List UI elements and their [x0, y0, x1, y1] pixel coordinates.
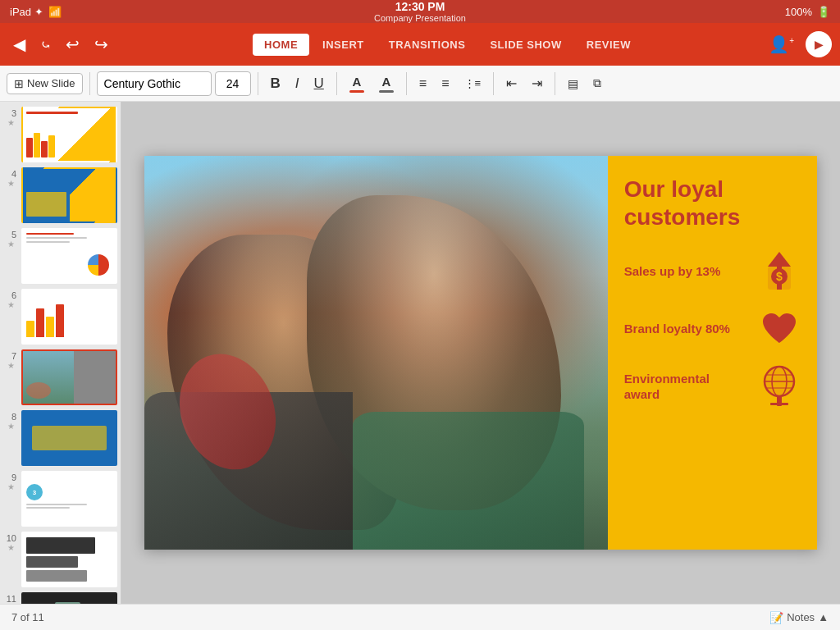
- restore-button[interactable]: ⤿: [35, 34, 56, 56]
- text-highlight-button[interactable]: A: [373, 71, 399, 96]
- slide-number-4: 4: [5, 169, 16, 179]
- format-bar: ⊞ New Slide B I U A A ≡ ≡ ⋮≡ ⇤ ⇥ ▤ ⧉: [0, 66, 840, 102]
- canvas-area: Our loyal customers Sales up by 13% $: [121, 102, 840, 604]
- slide-number-9: 9: [5, 472, 16, 482]
- slide-item-4[interactable]: 4 ★: [3, 167, 117, 223]
- slide-item-3[interactable]: 3 ★: [3, 107, 117, 162]
- stat-env-text: Environmental award: [624, 371, 748, 403]
- slide-item-7[interactable]: 7 ★: [3, 349, 117, 405]
- divider-6: [555, 72, 555, 95]
- bold-button[interactable]: B: [265, 71, 286, 96]
- stat-environmental: Environmental award: [624, 365, 801, 408]
- slide-thumb-11[interactable]: [21, 592, 117, 604]
- status-bar: iPad ✦ 📶 12:30 PM Company Presentation 1…: [0, 0, 840, 23]
- slide-thumb-7[interactable]: [21, 349, 117, 405]
- slide-star-10: ★: [7, 543, 15, 552]
- slide-heading: Our loyal customers: [624, 176, 801, 231]
- slide-thumb-4[interactable]: [21, 167, 117, 223]
- notes-label: Notes: [787, 611, 815, 623]
- slide-number-7: 7: [5, 351, 16, 361]
- slide-star-3: ★: [7, 118, 15, 127]
- play-button[interactable]: ▶: [806, 31, 832, 57]
- new-slide-label: New Slide: [27, 77, 75, 89]
- back-button[interactable]: ◀: [8, 31, 30, 57]
- slide-number-3: 3: [5, 108, 16, 118]
- dollar-up-icon: $: [758, 250, 801, 293]
- tab-home[interactable]: HOME: [253, 34, 309, 56]
- svg-text:$: $: [776, 270, 783, 283]
- slide-item-6[interactable]: 6 ★: [3, 289, 117, 345]
- stat-sales-text: Sales up by 13%: [624, 263, 748, 280]
- main-area: 3 ★ 4 ★: [0, 102, 840, 604]
- slide-item-8[interactable]: 8 ★: [3, 410, 117, 466]
- divider-5: [493, 72, 494, 95]
- toolbar: ◀ ⤿ ↩ ↪ HOME INSERT TRANSITIONS SLIDE SH…: [0, 23, 840, 66]
- stat-loyalty-text: Brand loyalty 80%: [624, 321, 748, 337]
- notes-icon: 📝: [769, 611, 783, 624]
- highlight-color-indicator: [379, 90, 394, 93]
- divider-3: [336, 72, 337, 95]
- tab-insert[interactable]: INSERT: [311, 34, 376, 56]
- arrange-button[interactable]: ⧉: [587, 71, 607, 96]
- font-size-input[interactable]: [215, 71, 251, 96]
- ipad-label: iPad ✦: [10, 6, 43, 18]
- status-time: 12:30 PM: [75, 0, 765, 13]
- slide-item-9[interactable]: 9 ★ 3: [3, 471, 117, 527]
- new-slide-button[interactable]: ⊞ New Slide: [7, 73, 83, 94]
- bottom-bar: 7 of 11 📝 Notes ▲: [0, 604, 840, 630]
- font-color-button[interactable]: A: [344, 71, 370, 96]
- text-box-button[interactable]: ▤: [562, 71, 584, 96]
- toolbar-right: 👤+ ▶: [765, 31, 832, 57]
- slide-number-10: 10: [5, 533, 16, 543]
- undo-button[interactable]: ↩: [61, 31, 84, 57]
- italic-button[interactable]: I: [290, 71, 305, 96]
- slide-star-4: ★: [7, 179, 15, 188]
- presentation-title: Company Presentation: [75, 13, 765, 23]
- divider-1: [89, 72, 90, 95]
- slide-thumb-3[interactable]: [21, 107, 117, 162]
- battery-label: 100%: [785, 6, 812, 18]
- slide-item-11[interactable]: 11 ★: [3, 592, 117, 604]
- slide-thumb-10[interactable]: [21, 532, 117, 587]
- font-name-input[interactable]: [97, 71, 212, 96]
- font-color-indicator: [349, 90, 364, 93]
- globe-icon: [758, 365, 801, 408]
- notes-button[interactable]: 📝 Notes ▲: [769, 611, 829, 624]
- align-button[interactable]: ≡: [413, 71, 432, 96]
- underline-button[interactable]: U: [308, 71, 330, 96]
- slide-item-10[interactable]: 10 ★: [3, 532, 117, 587]
- slide-number-5: 5: [5, 230, 16, 240]
- slide-number-11: 11: [5, 594, 16, 604]
- current-slide[interactable]: Our loyal customers Sales up by 13% $: [144, 156, 817, 550]
- slide-thumb-9[interactable]: 3: [21, 471, 117, 527]
- tab-slideshow[interactable]: SLIDE SHOW: [478, 34, 573, 56]
- tab-transitions[interactable]: TRANSITIONS: [377, 34, 477, 56]
- highlight-a-icon: A: [381, 75, 390, 89]
- font-color-a-icon: A: [352, 75, 361, 89]
- increase-indent-button[interactable]: ⇥: [526, 71, 548, 96]
- toolbar-nav: ◀ ⤿ ↩ ↪: [8, 31, 113, 57]
- slide-info-panel: Our loyal customers Sales up by 13% $: [608, 156, 817, 550]
- bullet-list-button[interactable]: ≡: [436, 71, 454, 96]
- decrease-indent-button[interactable]: ⇤: [500, 71, 523, 96]
- new-slide-icon: ⊞: [14, 77, 24, 90]
- slide-thumb-5[interactable]: [21, 228, 117, 284]
- slide-count: 7 of 11: [11, 611, 44, 623]
- svg-marker-1: [768, 252, 791, 267]
- tab-review[interactable]: REVIEW: [575, 34, 642, 56]
- numbered-list-button[interactable]: ⋮≡: [459, 71, 487, 96]
- heart-icon: [758, 308, 801, 350]
- slide-thumb-8[interactable]: [21, 410, 117, 466]
- slide-item-5[interactable]: 5 ★: [3, 228, 117, 284]
- redo-button[interactable]: ↪: [89, 31, 113, 57]
- battery-icon: 🔋: [817, 6, 830, 18]
- slide-panel[interactable]: 3 ★ 4 ★: [0, 102, 121, 604]
- status-bar-left: iPad ✦ 📶: [10, 6, 75, 18]
- add-person-button[interactable]: 👤+: [765, 31, 797, 57]
- stat-sales: Sales up by 13% $: [624, 250, 801, 293]
- slide-thumb-6[interactable]: [21, 289, 117, 345]
- slide-star-7: ★: [7, 361, 15, 370]
- slide-number-8: 8: [5, 412, 16, 422]
- divider-2: [258, 72, 258, 95]
- slide-star-6: ★: [7, 300, 15, 309]
